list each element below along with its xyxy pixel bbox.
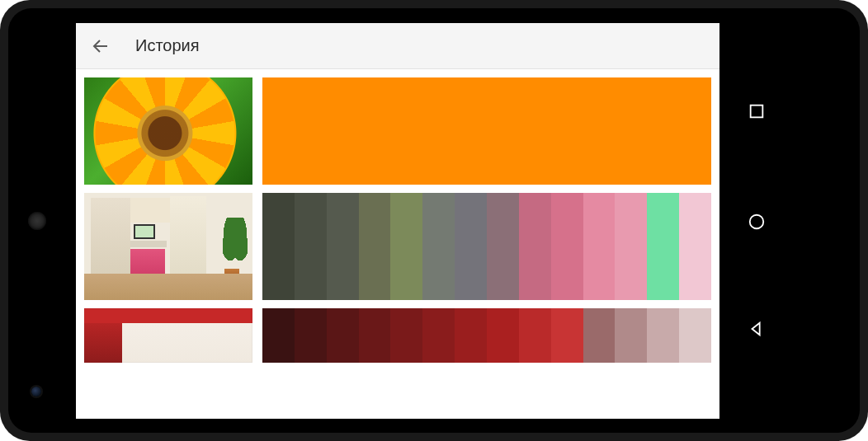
palette-swatch[interactable] xyxy=(487,193,519,300)
palette-swatch[interactable] xyxy=(551,193,583,300)
system-nav-bar xyxy=(719,23,794,419)
history-palette[interactable] xyxy=(262,308,711,363)
history-palette[interactable] xyxy=(262,77,711,185)
history-palette[interactable] xyxy=(262,193,711,300)
back-button[interactable] xyxy=(91,36,111,56)
palette-swatch[interactable] xyxy=(583,193,616,300)
history-item[interactable] xyxy=(76,69,719,185)
palette-swatch[interactable] xyxy=(262,308,295,363)
palette-swatch[interactable] xyxy=(615,193,647,300)
palette-swatch[interactable] xyxy=(679,308,711,363)
palette-swatch[interactable] xyxy=(390,308,422,363)
palette-swatch[interactable] xyxy=(295,308,327,363)
palette-swatch[interactable] xyxy=(422,193,455,300)
palette-swatch[interactable] xyxy=(390,193,422,300)
palette-swatch[interactable] xyxy=(295,193,327,300)
nav-back-icon[interactable] xyxy=(748,320,766,338)
history-thumbnail[interactable] xyxy=(84,193,252,300)
history-item[interactable] xyxy=(76,185,719,300)
device-frame: История xyxy=(0,0,868,441)
history-thumbnail[interactable] xyxy=(84,77,252,185)
palette-swatch[interactable] xyxy=(327,193,359,300)
device-camera xyxy=(31,387,41,396)
device-speaker xyxy=(28,212,46,230)
nav-home-icon[interactable] xyxy=(748,213,766,231)
palette-swatch[interactable] xyxy=(262,193,295,300)
palette-swatch[interactable] xyxy=(455,193,487,300)
app-screen: История xyxy=(76,23,719,419)
palette-swatch[interactable] xyxy=(647,308,679,363)
palette-swatch[interactable] xyxy=(455,308,487,363)
nav-recent-icon[interactable] xyxy=(748,102,766,120)
palette-swatch[interactable] xyxy=(487,308,519,363)
palette-swatch[interactable] xyxy=(359,193,391,300)
palette-swatch[interactable] xyxy=(519,193,551,300)
palette-swatch[interactable] xyxy=(551,308,583,363)
svg-point-1 xyxy=(750,215,764,229)
palette-swatch[interactable] xyxy=(519,308,551,363)
palette-swatch[interactable] xyxy=(583,308,616,363)
history-item[interactable] xyxy=(76,300,719,363)
palette-swatch[interactable] xyxy=(327,308,359,363)
palette-swatch[interactable] xyxy=(422,308,455,363)
palette-swatch[interactable] xyxy=(679,193,711,300)
history-list[interactable] xyxy=(76,69,719,419)
palette-swatch[interactable] xyxy=(359,308,391,363)
palette-swatch[interactable] xyxy=(262,77,711,185)
palette-swatch[interactable] xyxy=(647,193,679,300)
app-bar: История xyxy=(76,23,719,69)
svg-rect-0 xyxy=(751,106,763,118)
history-thumbnail[interactable] xyxy=(84,308,252,363)
page-title: История xyxy=(135,36,200,55)
palette-swatch[interactable] xyxy=(615,308,647,363)
